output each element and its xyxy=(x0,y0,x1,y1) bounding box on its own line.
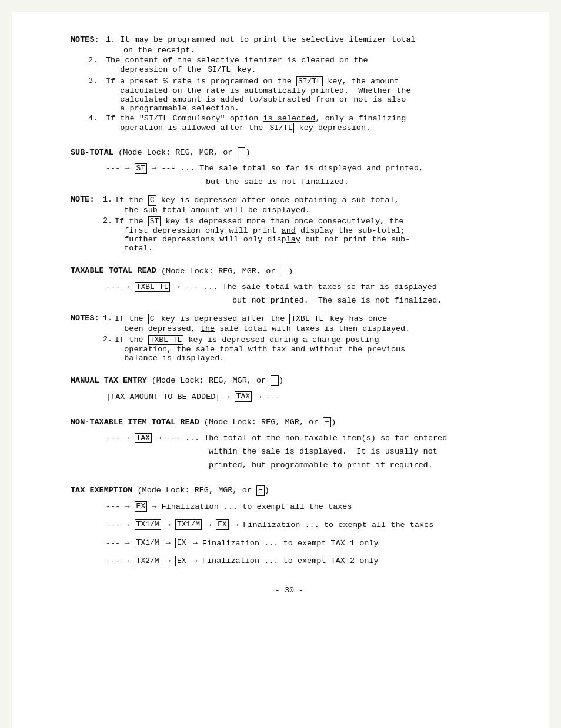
tax-exemption-section: TAX EXEMPTION (Mode Lock: REG, MGR, or −… xyxy=(71,485,508,568)
non-taxable-section: NON-TAXABLE ITEM TOTAL READ (Mode Lock: … xyxy=(71,417,508,472)
note-2-num: 2. xyxy=(88,56,106,75)
manual-tax-title: MANUAL TAX ENTRY xyxy=(71,376,147,385)
st-note-1: 1. If the C key is depressed after once … xyxy=(103,195,410,214)
tax-exemption-heading: TAX EXEMPTION (Mode Lock: REG, MGR, or −… xyxy=(71,485,508,496)
tax-ex-flow-2: --- → TX1/M → TX1/M → EX → Finalization … xyxy=(106,519,508,532)
notes-label: NOTES: xyxy=(71,35,106,44)
tax-ex-flow-4: --- → TX2/M → EX → Finalization ... to e… xyxy=(106,555,508,568)
manual-tax-section: MANUAL TAX ENTRY (Mode Lock: REG, MGR, o… xyxy=(71,375,508,404)
note-3-text: If a preset % rate is programmed on the … xyxy=(106,76,410,113)
st-note-2: 2. If the ST key is depressed more than … xyxy=(103,216,410,253)
sub-total-note-body: 1. If the C key is depressed after once … xyxy=(103,195,410,253)
manual-tax-heading: MANUAL TAX ENTRY (Mode Lock: REG, MGR, o… xyxy=(71,375,508,386)
notes-label-tt: NOTES: xyxy=(71,314,103,363)
tt-note-1-num: 1. xyxy=(103,314,115,333)
page-number-text: - 30 - xyxy=(275,586,304,595)
st-note-1-num: 1. xyxy=(103,195,115,214)
tt-note-2-num: 2. xyxy=(103,335,115,363)
st-note-2-text: If the ST key is depressed more than onc… xyxy=(115,216,410,253)
non-taxable-heading: NON-TAXABLE ITEM TOTAL READ (Mode Lock: … xyxy=(71,417,508,428)
note-label-st: NOTE: xyxy=(71,195,103,253)
note-3-num: 3. xyxy=(88,76,106,113)
note-1: 1. It may be programmed not to print the… xyxy=(106,35,416,44)
manual-tax-mode: (Mode Lock: REG, MGR, or −) xyxy=(152,376,283,385)
taxable-note-body: 1. If the C key is depressed after the T… xyxy=(103,314,410,363)
note-1-cont: on the receipt. xyxy=(123,46,508,55)
sub-total-section: SUB-TOTAL (Mode Lock: REG, MGR, or −) --… xyxy=(71,147,508,253)
note-4-num: 4. xyxy=(88,114,106,133)
notes-top-section: NOTES: 1. It may be programmed not to pr… xyxy=(71,35,508,133)
note-2-row: 2. The content of the selective itemizer… xyxy=(88,56,508,75)
tt-note-2: 2. If the TXBL TL key is depressed durin… xyxy=(103,335,410,363)
tax-exemption-title: TAX EXEMPTION xyxy=(71,486,132,495)
manual-tax-flow: |TAX AMOUNT TO BE ADDED| → TAX → --- xyxy=(106,391,508,404)
taxable-total-title: TAXABLE TOTAL READ xyxy=(71,267,156,276)
non-taxable-mode: (Mode Lock: REG, MGR, or −) xyxy=(204,418,336,427)
st-note-2-num: 2. xyxy=(103,216,115,253)
tax-ex-flow-3: --- → TX1/M → EX → Finalization ... to e… xyxy=(106,537,508,551)
sub-total-title: SUB-TOTAL xyxy=(71,148,113,157)
tt-note-1: 1. If the C key is depressed after the T… xyxy=(103,314,410,333)
note-4-text: If the "SI/TL Compulsory" option is sele… xyxy=(106,114,406,133)
taxable-total-notes: NOTES: 1. If the C key is depressed afte… xyxy=(71,314,508,363)
st-note-1-text: If the C key is depressed after once obt… xyxy=(115,195,399,214)
non-taxable-title: NON-TAXABLE ITEM TOTAL READ xyxy=(71,418,199,427)
note-3-row: 3. If a preset % rate is programmed on t… xyxy=(88,76,508,113)
tax-ex-flow-1: --- → EX → Finalization ... to exempt al… xyxy=(106,501,508,514)
taxable-total-mode: (Mode Lock: REG, MGR, or −) xyxy=(161,267,293,276)
page-number: - 30 - xyxy=(71,586,508,595)
taxable-total-section: TAXABLE TOTAL READ (Mode Lock: REG, MGR,… xyxy=(71,266,508,363)
note-2-text: The content of the selective itemizer is… xyxy=(106,56,368,75)
taxable-total-flow: --- → TXBL TL → --- ... The sale total w… xyxy=(106,281,508,308)
non-taxable-flow: --- → TAX → --- ... The total of the non… xyxy=(106,432,508,472)
tt-note-2-text: If the TXBL TL key is depressed during a… xyxy=(115,335,405,363)
sub-total-flow: --- → ST → --- ... The sale total so far… xyxy=(106,162,508,189)
sub-total-notes: NOTE: 1. If the C key is depressed after… xyxy=(71,195,508,253)
sub-total-heading: SUB-TOTAL (Mode Lock: REG, MGR, or −) xyxy=(71,147,508,158)
tt-note-1-text: If the C key is depressed after the TXBL… xyxy=(115,314,410,333)
tax-exemption-mode: (Mode Lock: REG, MGR, or −) xyxy=(137,486,269,495)
taxable-total-heading: TAXABLE TOTAL READ (Mode Lock: REG, MGR,… xyxy=(71,266,508,276)
note-4-row: 4. If the "SI/TL Compulsory" option is s… xyxy=(88,114,508,133)
page: NOTES: 1. It may be programmed not to pr… xyxy=(12,12,549,728)
sub-total-mode: (Mode Lock: REG, MGR, or −) xyxy=(118,148,250,157)
